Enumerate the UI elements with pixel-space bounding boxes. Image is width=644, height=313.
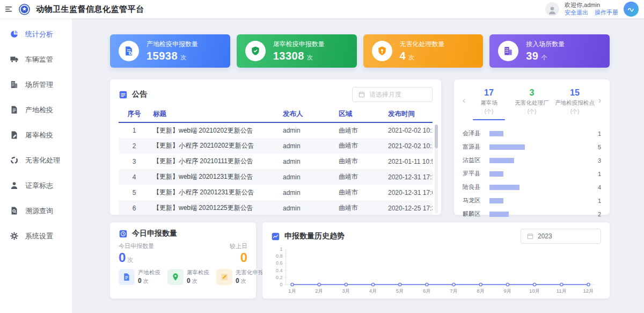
column-header: 发布人 bbox=[280, 106, 335, 122]
building-icon bbox=[10, 80, 19, 89]
active-tab-underline bbox=[473, 119, 506, 120]
svg-text:1月: 1月 bbox=[288, 288, 296, 294]
sidebar: 统计分析车辆监管场所管理产地检疫屠宰检疫无害化处理证章标志溯源查询系统设置 bbox=[0, 18, 72, 313]
shield-icon bbox=[372, 41, 392, 61]
facility-tabs-row: ‹ 17屠宰场(个)3无害化处理厂(个)15产地检疫报检点(个) › bbox=[460, 88, 603, 120]
sidebar-item-6[interactable]: 证章标志 bbox=[0, 173, 72, 198]
app-logo-icon bbox=[18, 3, 31, 16]
sidebar-item-0[interactable]: 统计分析 bbox=[0, 21, 72, 47]
svg-text:12月: 12月 bbox=[583, 288, 594, 294]
today-item-1: 屠宰检疫0 次 bbox=[167, 269, 209, 285]
bar-row: 马龙区1 bbox=[463, 194, 601, 207]
app-root: 动物卫生监督信息化监管平台 欢迎你,admin 安全退出 操作手册 统计分析车辆… bbox=[0, 0, 644, 313]
table-row[interactable]: 2【更新】小程序 20210202更新公告admin曲靖市2021-02-02 … bbox=[119, 138, 433, 154]
trend-chart: 00.20.40.60.811月2月3月4月5月6月7月8月9月10月11月12… bbox=[271, 245, 601, 296]
table-row[interactable]: 4【更新】web端 20201231更新公告admin曲靖市2020-12-31… bbox=[119, 169, 433, 185]
card-value: 13308 bbox=[273, 50, 304, 62]
file-pen-icon bbox=[10, 130, 19, 140]
card-value: 4 bbox=[400, 50, 406, 62]
diff-value: 0 bbox=[230, 251, 247, 265]
table-row[interactable]: 6【更新】web端 20201225更新公告admin曲靖市2020-12-25… bbox=[119, 200, 433, 215]
svg-text:0: 0 bbox=[280, 282, 282, 287]
facility-tab-1[interactable]: 3无害化处理厂(个) bbox=[510, 88, 553, 120]
column-header: 区域 bbox=[335, 106, 385, 122]
bar bbox=[489, 131, 503, 136]
gear-icon bbox=[10, 231, 19, 241]
bar-row: 富源县5 bbox=[463, 140, 601, 154]
clock-icon bbox=[119, 229, 128, 238]
trend-title: 申报数量历史趋势 bbox=[284, 231, 345, 241]
svg-text:6月: 6月 bbox=[423, 288, 431, 294]
bar-row: 罗平县1 bbox=[463, 167, 601, 180]
announcements-title: 公告 bbox=[132, 90, 147, 99]
announcements-panel: 公告 请选择月度 序号标题发布人区域发布时间 1【更新】web端 2021020… bbox=[110, 79, 441, 215]
today-stats: 今日申报数量 0次 较上日 0 bbox=[119, 242, 247, 265]
bar bbox=[489, 212, 509, 217]
line-chart-icon bbox=[271, 232, 280, 241]
card-value: 39 bbox=[526, 50, 538, 62]
bar bbox=[489, 198, 503, 203]
facility-bars: 会泽县1富源县5沾益区3罗平县1陆良县4马龙区1麒麟区2 bbox=[460, 127, 603, 221]
stat-card-3: 接入场所数量39个 bbox=[489, 34, 610, 68]
edit-icon bbox=[216, 269, 232, 285]
today-panel: 今日申报数量 今日申报数量 0次 较上日 0 产地检疫0 次屠宰检疫0 次无害化… bbox=[110, 222, 256, 299]
manual-link[interactable]: 操作手册 bbox=[595, 9, 618, 17]
column-header: 序号 bbox=[119, 106, 150, 122]
svg-text:0.6: 0.6 bbox=[276, 260, 283, 266]
sidebar-item-8[interactable]: 系统设置 bbox=[0, 223, 72, 249]
header-left: 动物卫生监督信息化监管平台 bbox=[4, 3, 144, 16]
recycle-icon bbox=[10, 156, 19, 165]
facility-tab-2[interactable]: 15产地检疫报检点(个) bbox=[553, 88, 596, 120]
bar bbox=[489, 158, 514, 163]
year-picker[interactable]: 2023 bbox=[521, 229, 601, 244]
sidebar-item-4[interactable]: 屠宰检疫 bbox=[0, 122, 72, 148]
svg-text:2月: 2月 bbox=[315, 288, 323, 294]
table-row[interactable]: 1【更新】web端 20210202更新公告admin曲靖市2021-02-02… bbox=[119, 122, 433, 138]
file-icon bbox=[10, 105, 19, 114]
svg-text:0.2: 0.2 bbox=[276, 275, 283, 280]
today-count-label: 今日申报数量 bbox=[119, 242, 154, 250]
month-picker-placeholder: 请选择月度 bbox=[369, 90, 401, 99]
sidebar-item-7[interactable]: 溯源查询 bbox=[0, 198, 72, 223]
bar-row: 沾益区3 bbox=[463, 154, 601, 167]
announcement-icon bbox=[119, 90, 128, 99]
table-row[interactable]: 3【更新】小程序 20210111更新公告admin曲靖市2021-01-11 … bbox=[119, 154, 433, 169]
bar-row: 陆良县4 bbox=[463, 180, 601, 194]
facility-stats-panel: ‹ 17屠宰场(个)3无害化处理厂(个)15产地检疫报检点(个) › 会泽县1富… bbox=[454, 79, 610, 215]
year-value: 2023 bbox=[538, 232, 552, 240]
scrollbar-thumb[interactable] bbox=[435, 125, 438, 148]
prev-arrow-icon[interactable]: ‹ bbox=[460, 88, 467, 105]
next-arrow-icon[interactable]: › bbox=[596, 88, 603, 105]
buildings-icon bbox=[498, 41, 518, 61]
diff-label: 较上日 bbox=[230, 242, 247, 250]
table-scrollbar[interactable] bbox=[435, 125, 438, 214]
stat-cards: 产地检疫申报数量15938次屠宰检疫申报数量13308次无害化处理数量4次接入场… bbox=[110, 34, 610, 68]
pie-chart-icon bbox=[10, 30, 19, 39]
stat-card-0: 产地检疫申报数量15938次 bbox=[110, 34, 230, 68]
stat-card-2: 无害化处理数量4次 bbox=[363, 34, 484, 68]
month-picker[interactable]: 请选择月度 bbox=[352, 87, 433, 102]
logout-link[interactable]: 安全退出 bbox=[565, 9, 588, 17]
card-unit: 次 bbox=[307, 54, 313, 62]
card-value: 15938 bbox=[147, 50, 178, 62]
top-header: 动物卫生监督信息化监管平台 欢迎你,admin 安全退出 操作手册 bbox=[0, 0, 644, 18]
svg-text:3月: 3月 bbox=[342, 288, 350, 294]
column-header: 标题 bbox=[150, 106, 280, 122]
today-count-value: 0 bbox=[119, 250, 126, 265]
org-avatar-icon[interactable] bbox=[624, 2, 639, 17]
sidebar-item-2[interactable]: 场所管理 bbox=[0, 72, 72, 97]
announcements-body: 1【更新】web端 20210202更新公告admin曲靖市2021-02-02… bbox=[119, 122, 433, 215]
sidebar-item-5[interactable]: 无害化处理 bbox=[0, 148, 72, 173]
bar bbox=[489, 185, 519, 190]
facility-tab-0[interactable]: 17屠宰场(个) bbox=[467, 88, 510, 120]
bar-row: 会泽县1 bbox=[463, 127, 601, 140]
card-unit: 次 bbox=[180, 54, 186, 62]
svg-text:8月: 8月 bbox=[477, 288, 485, 294]
svg-text:0.8: 0.8 bbox=[276, 253, 283, 259]
bar-row: 麒麟区2 bbox=[463, 207, 601, 221]
menu-toggle-icon[interactable] bbox=[4, 5, 13, 13]
sidebar-item-1[interactable]: 车辆监管 bbox=[0, 47, 72, 72]
sidebar-item-3[interactable]: 产地检疫 bbox=[0, 97, 72, 122]
column-header: 发布时间 bbox=[385, 106, 433, 122]
table-row[interactable]: 5【更新】小程序 20201231更新公告admin曲靖市2020-12-31 … bbox=[119, 185, 433, 200]
